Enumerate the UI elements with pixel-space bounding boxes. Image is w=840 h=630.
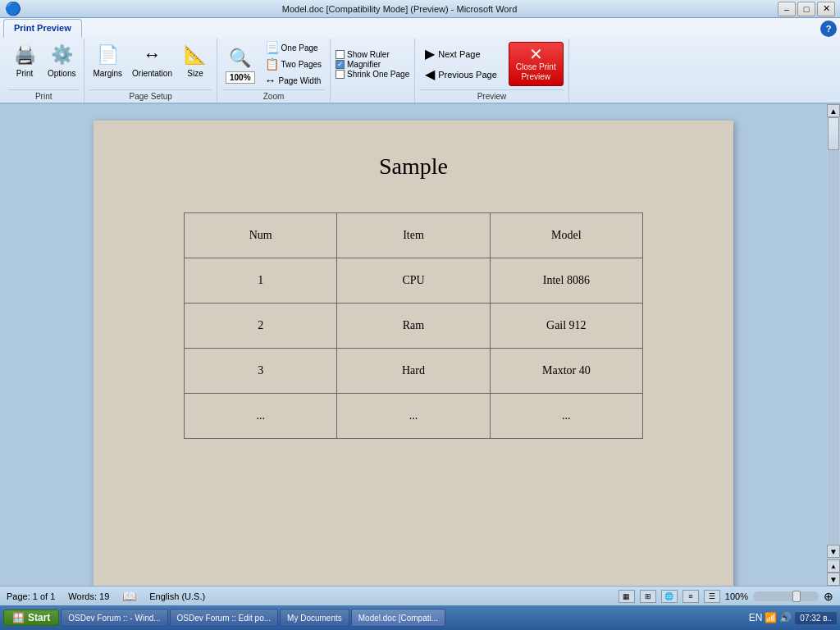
minimize-button[interactable]: – [778,2,796,16]
full-screen-view-btn[interactable]: ⊞ [640,590,656,603]
close-x-icon: ✕ [529,46,543,62]
outline-view-btn[interactable]: ≡ [682,590,699,603]
table-row: Num Item Model [185,213,643,258]
start-button[interactable]: 🪟 Start [3,609,59,626]
scroll-track [828,117,839,545]
systray: EN 📶 🔊 [749,612,792,623]
help-button[interactable]: ? [820,21,837,37]
table-cell: ... [337,394,490,439]
next-page-button[interactable]: ▶ Next Page [420,44,502,63]
zoom-slider-thumb[interactable] [792,591,801,602]
two-pages-button[interactable]: 📋 Two Pages [262,57,325,71]
print-button[interactable]: 🖨️ Print [8,40,41,80]
zoom-group-content: 🔍 100% 📃 One Page 📋 Two Pages ↔ Page Wid… [222,40,325,88]
document-page: Sample Num Item Model 1 CPU Intel 8086 2 [94,121,733,586]
ribbon-group-print: 🖨️ Print ⚙️ Options Print [3,39,84,103]
margins-button[interactable]: 📄 Margins [89,40,126,80]
tray-icon-lang: EN [749,612,763,623]
document-table: Num Item Model 1 CPU Intel 8086 2 Ram Ga… [184,212,643,439]
orientation-button[interactable]: ↔️ Orientation [129,40,176,80]
table-cell: Hard [337,349,490,394]
scroll-down-arrow[interactable]: ▼ [827,545,840,558]
taskbar-item-model[interactable]: Model.doc [Compati... [351,609,445,627]
zoom-slider[interactable] [753,591,819,601]
ribbon-group-preview: ▶ Next Page ◀ Previous Page ✕ Close Prin… [415,39,568,103]
options-button[interactable]: ⚙️ Options [44,40,79,80]
maximize-button[interactable]: □ [797,2,815,16]
table-cell: 2 [185,304,337,349]
zoom-group-label: Zoom [222,89,325,101]
table-cell: Ram [337,304,490,349]
table-cell: ... [185,394,337,439]
ribbon-tab-bar: Print Preview ? [0,18,840,37]
show-ruler-checkbox[interactable] [336,50,345,59]
scroll-adjust-up[interactable]: ▲ [827,559,840,573]
scroll-up-arrow[interactable]: ▲ [827,104,840,117]
table-row: 1 CPU Intel 8086 [185,258,643,304]
document-area: Sample Num Item Model 1 CPU Intel 8086 2 [0,104,827,586]
status-right: ▦ ⊞ 🌐 ≡ ☰ 100% ⊕ [619,590,833,603]
shrink-one-checkbox[interactable] [336,70,345,79]
print-label: Print [16,69,34,78]
taskbar-right: EN 📶 🔊 07:32 в.. [749,612,837,624]
ribbon: Print Preview ? 🖨️ Print ⚙️ Options Prin… [0,18,840,104]
page-width-icon: ↔ [265,74,276,87]
taskbar: 🪟 Start OSDev Forum :: - Wind... OSDev F… [0,605,840,630]
taskbar-item-mydocs[interactable]: My Documents [280,609,349,627]
table-cell: Intel 8086 [490,258,642,304]
document-title: Sample [126,153,701,180]
two-pages-label: Two Pages [281,60,322,69]
tab-print-preview[interactable]: Print Preview [3,19,82,38]
close-button[interactable]: ✕ [817,2,835,16]
orientation-icon: ↔️ [139,42,166,68]
previous-page-button[interactable]: ◀ Previous Page [420,65,502,84]
ribbon-content: 🖨️ Print ⚙️ Options Print 📄 Margins ↔️ [0,37,840,103]
page-width-button[interactable]: ↔ Page Width [262,73,325,88]
table-cell: 3 [185,349,337,394]
magnifier-checkbox[interactable]: ✓ [336,60,345,69]
table-cell: Item [337,213,490,258]
margins-label: Margins [93,69,122,78]
word-logo-icon: 🔵 [5,1,21,16]
previous-page-label: Previous Page [438,70,497,80]
options-icon: ⚙️ [48,42,75,68]
size-icon: 📐 [182,42,208,68]
clock: 07:32 в.. [795,612,837,624]
page-setup-group-label: Page Setup [89,89,212,101]
draft-view-btn[interactable]: ☰ [704,590,720,603]
preview-group-content: ▶ Next Page ◀ Previous Page ✕ Close Prin… [420,40,563,88]
taskbar-item-osdeva[interactable]: OSDev Forum :: - Wind... [61,609,167,627]
show-ruler-label: Show Ruler [347,50,390,59]
language-status: English (U.S.) [149,591,205,601]
web-layout-view-btn[interactable]: 🌐 [661,590,678,603]
vertical-scrollbar[interactable]: ▲ ▼ ▲ ▼ [827,104,840,586]
zoom-percent-status: 100% [725,591,748,601]
one-page-button[interactable]: 📃 One Page [262,40,325,55]
spell-check-icon[interactable]: 📖 [122,590,136,603]
scroll-adjust-down[interactable]: ▼ [827,573,840,586]
zoom-button[interactable]: 🔍 100% [222,43,258,85]
print-icon: 🖨️ [11,42,38,68]
shrink-one-row[interactable]: Shrink One Page [336,70,409,79]
table-row: ... ... ... [185,394,643,439]
one-page-label: One Page [281,43,318,52]
words-status: Words: 19 [68,591,109,601]
close-print-preview-label: Close PrintPreview [516,62,556,82]
magnifier-label: Magnifier [347,60,381,69]
title-bar-text: Model.doc [Compatibility Mode] (Preview)… [21,4,778,14]
print-group-content: 🖨️ Print ⚙️ Options [8,40,79,88]
page-setup-group-content: 📄 Margins ↔️ Orientation 📐 Size [89,40,212,88]
ribbon-group-page-setup: 📄 Margins ↔️ Orientation 📐 Size Page Set… [84,39,217,103]
zoom-in-icon[interactable]: ⊕ [824,590,833,603]
close-print-preview-button[interactable]: ✕ Close PrintPreview [509,42,564,86]
size-button[interactable]: 📐 Size [179,40,212,80]
shrink-one-label: Shrink One Page [347,70,409,79]
previous-page-icon: ◀ [425,66,435,82]
print-layout-view-btn[interactable]: ▦ [619,590,635,603]
start-icon: 🪟 [12,612,25,623]
table-row: 2 Ram Gail 912 [185,304,643,349]
show-ruler-row[interactable]: Show Ruler [336,50,390,59]
scroll-thumb[interactable] [828,117,839,150]
magnifier-row[interactable]: ✓ Magnifier [336,60,381,69]
taskbar-item-osdevb[interactable]: OSDev Forum :: Edit po... [170,609,278,627]
